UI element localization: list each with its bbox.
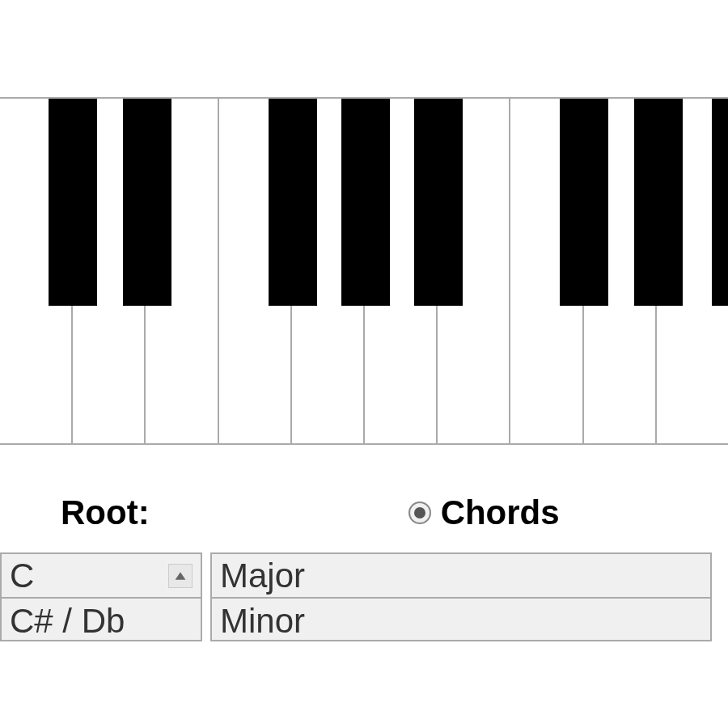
root-option-label: C# / Db — [10, 602, 125, 641]
chords-radio-wrapper: Chords — [408, 493, 560, 532]
chord-type-listbox[interactable]: Major Minor — [210, 552, 712, 641]
root-option-csharp[interactable]: C# / Db — [2, 599, 201, 641]
chords-label: Chords — [441, 493, 560, 532]
root-label: Root: — [61, 493, 150, 532]
black-key-dsharp2[interactable] — [634, 99, 683, 306]
chord-option-label: Minor — [220, 602, 305, 641]
labels-row: Root: Chords — [16, 493, 712, 532]
controls-panel: Root: Chords C C# / Db Major — [0, 493, 728, 641]
root-listbox[interactable]: C C# / Db — [0, 552, 202, 641]
scroll-up-icon[interactable] — [168, 564, 193, 588]
piano-keyboard — [0, 97, 728, 445]
chord-option-label: Major — [220, 557, 305, 595]
black-key-csharp2[interactable] — [560, 99, 608, 306]
svg-marker-0 — [176, 572, 186, 580]
black-key-fsharp[interactable] — [269, 99, 317, 306]
root-option-label: C — [10, 557, 34, 595]
black-key-dsharp[interactable] — [123, 99, 171, 306]
selects-row: C C# / Db Major Minor — [0, 552, 712, 641]
chord-option-minor[interactable]: Minor — [212, 599, 710, 641]
black-key-asharp[interactable] — [414, 99, 463, 306]
black-key-gsharp[interactable] — [341, 99, 390, 306]
chord-option-major[interactable]: Major — [212, 554, 710, 599]
radio-dot-icon — [414, 507, 425, 518]
black-key-csharp[interactable] — [49, 99, 97, 306]
black-key-fsharp2[interactable] — [712, 99, 728, 306]
chords-radio[interactable] — [408, 502, 431, 524]
root-option-c[interactable]: C — [2, 554, 201, 599]
